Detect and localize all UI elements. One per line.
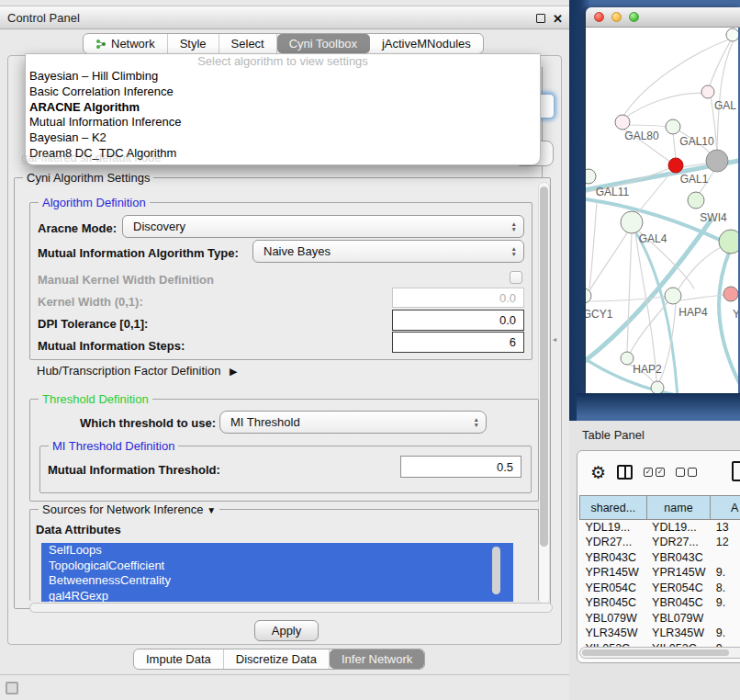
network-node-y[interactable] bbox=[723, 287, 738, 301]
column-header-clipped[interactable]: A bbox=[711, 496, 740, 520]
network-node-hap2[interactable] bbox=[621, 352, 633, 365]
cell-value[interactable] bbox=[711, 611, 740, 627]
close-window-icon[interactable] bbox=[594, 12, 604, 22]
cell-value[interactable]: 8. bbox=[711, 581, 740, 596]
expander-arrow-icon[interactable]: ▶ bbox=[230, 366, 237, 378]
settings-horizontal-scrollbar[interactable] bbox=[29, 603, 553, 613]
cell-name[interactable]: YDR27... bbox=[646, 535, 711, 550]
network-edge[interactable] bbox=[717, 42, 733, 150]
cell-shared-name[interactable]: YDL19... bbox=[580, 520, 647, 536]
cell-name[interactable]: YBR043C bbox=[646, 550, 711, 566]
cell-value[interactable]: 9. bbox=[711, 626, 740, 641]
manual-kernel-checkbox[interactable] bbox=[510, 271, 522, 284]
network-edge[interactable] bbox=[635, 233, 656, 380]
collapse-arrow-icon[interactable]: ▼ bbox=[207, 505, 216, 515]
select-all-checkboxes-icon[interactable]: ✓ ✓ bbox=[644, 468, 665, 477]
columns-icon[interactable] bbox=[617, 465, 633, 480]
network-node-gal10[interactable] bbox=[666, 119, 680, 134]
mode-tab[interactable]: Discretize Data bbox=[224, 649, 330, 669]
cell-value[interactable]: 9. bbox=[711, 565, 740, 581]
close-panel-icon[interactable]: ✕ bbox=[553, 12, 563, 26]
panel-divider-handle[interactable]: ◂ bbox=[553, 335, 556, 344]
network-node-hap4[interactable] bbox=[665, 288, 681, 304]
collapsed-panel-button[interactable] bbox=[6, 682, 18, 694]
cell-name[interactable]: YBL079W bbox=[646, 611, 711, 627]
algorithm-list-item[interactable]: ARACNE Algorithm bbox=[26, 100, 540, 116]
list-scrollbar-thumb[interactable] bbox=[492, 547, 500, 594]
table-row[interactable]: YDL19... YDL19... 13 bbox=[580, 520, 740, 536]
algorithm-list-item[interactable]: Mutual Information Inference bbox=[26, 115, 540, 130]
column-header-shared-name[interactable]: shared... bbox=[580, 496, 647, 520]
settings-scrollbar-thumb[interactable] bbox=[540, 186, 548, 547]
cell-name[interactable]: YER054C bbox=[646, 581, 711, 596]
cell-shared-name[interactable]: YBL079W bbox=[580, 611, 647, 627]
tab[interactable]: Style bbox=[168, 34, 219, 53]
gear-icon[interactable]: ⚙ bbox=[590, 464, 606, 481]
network-node-gal11[interactable] bbox=[586, 169, 596, 184]
mode-tab[interactable]: Impute Data bbox=[134, 649, 224, 669]
network-edge[interactable] bbox=[673, 132, 676, 159]
cell-name[interactable]: YDL19... bbox=[646, 520, 711, 536]
algorithm-list-item[interactable]: Bayesian – K2 bbox=[26, 130, 540, 146]
network-node-swi4[interactable] bbox=[688, 192, 704, 209]
zoom-window-icon[interactable] bbox=[629, 12, 639, 22]
data-attribute-item[interactable]: BetweennessCentrality bbox=[41, 573, 513, 589]
table-row[interactable]: YPR145W YPR145W 9. bbox=[580, 565, 740, 581]
network-edge[interactable] bbox=[588, 297, 666, 301]
table-horizontal-scrollbar[interactable] bbox=[579, 647, 740, 659]
table-horizontal-scrollbar-thumb[interactable] bbox=[582, 649, 729, 656]
table-row[interactable]: YLR345W YLR345W 9. bbox=[580, 626, 740, 641]
network-node[interactable] bbox=[726, 28, 738, 41]
table-row[interactable]: YBR045C YBR045C 9. bbox=[580, 595, 740, 611]
network-node-gal80[interactable] bbox=[615, 115, 630, 130]
cell-name[interactable]: YLR345W bbox=[646, 626, 711, 641]
cell-value[interactable]: 9. bbox=[711, 595, 740, 611]
tab[interactable]: Cyni Toolbox bbox=[277, 34, 370, 53]
kernel-width-field[interactable]: 0.0 bbox=[392, 288, 524, 308]
minimize-window-icon[interactable] bbox=[611, 12, 622, 22]
network-edge[interactable] bbox=[627, 233, 632, 353]
mi-threshold-field[interactable]: 0.5 bbox=[400, 456, 521, 478]
aracne-mode-combo[interactable]: Discovery ▲▼ bbox=[122, 215, 524, 238]
cell-shared-name[interactable]: YER054C bbox=[580, 581, 647, 596]
tab[interactable]: Select bbox=[219, 34, 277, 53]
data-attribute-item[interactable]: TopologicalCoefficient bbox=[41, 559, 513, 574]
table-row[interactable]: YER054C YER054C 8. bbox=[580, 581, 740, 596]
cell-shared-name[interactable]: YLR345W bbox=[580, 626, 647, 641]
network-edge[interactable] bbox=[624, 93, 708, 119]
cell-name[interactable]: YPR145W bbox=[646, 565, 711, 581]
mode-tab[interactable]: Infer Network bbox=[330, 649, 424, 669]
cell-shared-name[interactable]: YDR27... bbox=[580, 535, 647, 550]
network-node-gal1[interactable] bbox=[668, 158, 683, 173]
cell-shared-name[interactable]: YBR045C bbox=[580, 595, 647, 611]
network-edge[interactable] bbox=[589, 202, 597, 288]
float-panel-icon[interactable] bbox=[536, 14, 545, 23]
document-icon[interactable] bbox=[732, 461, 740, 481]
apply-button[interactable]: Apply bbox=[254, 620, 319, 641]
cell-shared-name[interactable]: YBR043C bbox=[580, 550, 647, 566]
cell-value[interactable]: 12 bbox=[711, 535, 740, 550]
algorithm-list-item[interactable]: Basic Correlation Inference bbox=[26, 85, 540, 100]
algorithm-list-item[interactable]: Bayesian – Hill Climbing bbox=[26, 69, 540, 85]
network-node[interactable] bbox=[719, 230, 738, 254]
algorithm-list-item[interactable]: Dream8 DC_TDC Algorithm bbox=[26, 146, 540, 162]
dpi-tolerance-field[interactable]: 0.0 bbox=[392, 310, 524, 331]
data-attribute-item[interactable]: gal4RGexp bbox=[41, 589, 513, 603]
table-row[interactable]: YBR043C YBR043C bbox=[580, 550, 740, 566]
network-node[interactable] bbox=[706, 150, 728, 172]
tab[interactable]: Network bbox=[84, 34, 168, 53]
cell-value[interactable]: 13 bbox=[711, 520, 740, 536]
table-row[interactable]: YBL079W YBL079W bbox=[580, 611, 740, 627]
tab[interactable]: jActiveMNodules bbox=[370, 34, 483, 53]
cell-name[interactable]: YBR045C bbox=[646, 595, 711, 611]
which-threshold-combo[interactable]: MI Threshold ▲▼ bbox=[219, 411, 487, 434]
network-node-gal[interactable] bbox=[701, 85, 714, 98]
data-attribute-item[interactable]: SelfLoops bbox=[41, 543, 513, 559]
deselect-all-checkboxes-icon[interactable] bbox=[676, 468, 697, 477]
network-node-gal4[interactable] bbox=[621, 211, 643, 233]
cell-shared-name[interactable]: YPR145W bbox=[580, 565, 647, 581]
column-header-name[interactable]: name bbox=[646, 496, 711, 520]
network-edge[interactable] bbox=[630, 301, 668, 354]
network-canvas[interactable]: GALGAL80GAL10GAL1GAL11SWI4GAL4GCY1HAP4YH… bbox=[586, 28, 738, 393]
settings-scrollbar[interactable] bbox=[538, 182, 550, 604]
